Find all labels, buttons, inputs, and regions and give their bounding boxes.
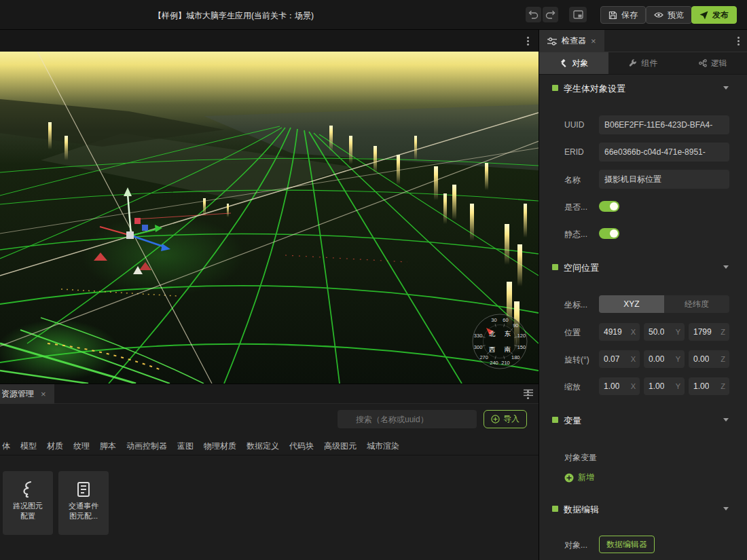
assets-tab[interactable]: 资源管理 × xyxy=(0,384,54,404)
svg-text:210: 210 xyxy=(501,360,510,366)
static-toggle[interactable] xyxy=(599,228,619,239)
value-text: 1.00 xyxy=(693,381,709,391)
erid-field[interactable] xyxy=(599,143,729,162)
assets-tab-label: 资源管理 xyxy=(1,388,34,400)
scale-row: 缩放 1.00 X 1.00 Y 1.00 Z xyxy=(539,377,747,396)
position-y-input[interactable]: 50.0 Y xyxy=(644,323,685,341)
flow-icon xyxy=(699,59,707,67)
category-tab[interactable]: 高级图元 xyxy=(324,441,357,452)
chevron-down-icon[interactable] xyxy=(723,507,729,510)
uuid-label: UUID xyxy=(564,120,584,130)
axis-label: Z xyxy=(721,328,725,336)
section-twin-settings: 孪生体对象设置 xyxy=(539,82,747,94)
inspector-header: 检查器 × xyxy=(539,30,747,52)
category-tab[interactable]: 动画控制器 xyxy=(126,441,167,452)
rotation-z-input[interactable]: 0.00 Z xyxy=(689,350,729,368)
undo-button[interactable] xyxy=(526,7,541,22)
spline-icon xyxy=(3,478,53,501)
import-button[interactable]: 导入 xyxy=(484,410,527,428)
rotation-y-input[interactable]: 0.00 Y xyxy=(644,350,685,368)
list-icon xyxy=(524,389,533,396)
chevron-down-icon[interactable] xyxy=(723,265,729,269)
category-tab[interactable]: 模型 xyxy=(20,441,37,452)
viewport-menu-button[interactable] xyxy=(521,34,534,48)
asset-card-road-condition[interactable]: 路况图元 配置 xyxy=(3,471,53,535)
scene-canvas[interactable]: 30 60 90 120 150 180 210 240 270 300 330… xyxy=(0,52,539,384)
visible-row: 是否... xyxy=(539,197,747,216)
category-list-button[interactable] xyxy=(522,386,535,399)
category-tab[interactable]: 材质 xyxy=(47,441,63,452)
category-tab[interactable]: 蓝图 xyxy=(177,441,194,452)
app-title: 【样例】城市大脑孪生应用(当前关卡：场景) xyxy=(153,10,314,22)
compass-west-label: 西 xyxy=(489,346,496,353)
svg-text:90: 90 xyxy=(513,322,518,329)
axis-label: Y xyxy=(676,328,680,336)
category-tab[interactable]: 纹理 xyxy=(73,441,90,452)
svg-text:270: 270 xyxy=(479,354,488,360)
scale-x-input[interactable]: 1.00 X xyxy=(599,377,640,395)
category-tab[interactable]: 脚本 xyxy=(100,441,116,452)
coord-mode-row: 坐标... XYZ 经纬度 xyxy=(539,295,747,314)
chevron-down-icon[interactable] xyxy=(723,418,729,422)
erid-label: ERID xyxy=(564,147,584,157)
inspector-close-icon[interactable]: × xyxy=(591,37,596,45)
preview-button[interactable]: 预览 xyxy=(646,6,692,24)
save-button[interactable]: 保存 xyxy=(600,6,646,24)
inspector-tab[interactable]: 检查器 × xyxy=(539,30,604,52)
axis-label: Z xyxy=(721,382,725,390)
uuid-field[interactable] xyxy=(599,115,729,134)
scale-y-input[interactable]: 1.00 Y xyxy=(644,377,685,395)
value-text: 50.0 xyxy=(649,327,664,337)
visible-toggle[interactable] xyxy=(599,201,619,212)
add-variable-label: 新增 xyxy=(578,472,594,483)
coord-mode-latlon[interactable]: 经纬度 xyxy=(664,295,729,313)
save-label: 保存 xyxy=(621,10,638,21)
tab-object[interactable]: 对象 xyxy=(539,52,608,74)
name-field[interactable] xyxy=(599,170,729,189)
section-data-edit: 数据编辑 xyxy=(539,503,747,515)
capture-button[interactable] xyxy=(569,7,587,22)
svg-text:330: 330 xyxy=(474,333,483,339)
redo-button[interactable] xyxy=(543,7,558,22)
section-title: 变量 xyxy=(564,415,581,427)
search-input[interactable] xyxy=(338,410,477,428)
axis-label: Y xyxy=(676,355,680,363)
section-bullet-icon xyxy=(552,85,558,91)
position-x-input[interactable]: 4919 X xyxy=(599,323,640,341)
rotation-x-input[interactable]: 0.07 X xyxy=(599,350,640,368)
coord-mode-xyz[interactable]: XYZ xyxy=(599,295,664,313)
asset-card-label: 路况图元 xyxy=(3,501,53,511)
tab-component[interactable]: 组件 xyxy=(608,52,678,74)
eye-icon xyxy=(654,12,663,18)
road-glow xyxy=(0,320,119,381)
chevron-down-icon[interactable] xyxy=(723,86,729,90)
inspector-menu-button[interactable] xyxy=(731,34,745,48)
add-variable-button[interactable]: 新增 xyxy=(564,472,594,483)
publish-button[interactable]: 发布 xyxy=(691,6,737,24)
assets-panel: 资源管理 × 导入 体 模型 材质 纹理 脚本 动画控制器 蓝图 物理材质 数据… xyxy=(0,384,539,560)
compass[interactable]: 30 60 90 120 150 180 210 240 270 300 330… xyxy=(473,314,527,369)
rotation-label: 旋转(°) xyxy=(564,354,589,366)
coord-label: 坐标... xyxy=(564,299,587,311)
category-tab[interactable]: 城市渲染 xyxy=(367,441,399,452)
position-z-input[interactable]: 1799 Z xyxy=(689,323,729,341)
scale-z-input[interactable]: 1.00 Z xyxy=(689,377,729,395)
svg-text:300: 300 xyxy=(474,344,483,350)
asset-card-label: 交通事件 xyxy=(58,501,109,511)
assets-tab-close-icon[interactable]: × xyxy=(41,390,46,398)
plus-circle-icon xyxy=(491,415,500,424)
visible-label: 是否... xyxy=(564,202,587,213)
category-tab[interactable]: 体 xyxy=(2,441,10,452)
redo-icon xyxy=(545,10,555,19)
tab-logic[interactable]: 逻辑 xyxy=(678,52,747,74)
asset-card-traffic-event[interactable]: 交通事件 图元配... xyxy=(58,471,109,535)
category-tab[interactable]: 数据定义 xyxy=(247,441,279,452)
category-tab[interactable]: 代码块 xyxy=(289,441,314,452)
svg-text:120: 120 xyxy=(517,333,526,339)
data-editor-button[interactable]: 数据编辑器 xyxy=(599,536,655,553)
data-editor-label: 数据编辑器 xyxy=(606,539,647,550)
category-tab[interactable]: 物理材质 xyxy=(204,441,236,452)
compass-north-label: 北 xyxy=(489,330,496,337)
static-row: 静态... xyxy=(539,224,747,243)
compass-south-label: 南 xyxy=(505,346,511,353)
